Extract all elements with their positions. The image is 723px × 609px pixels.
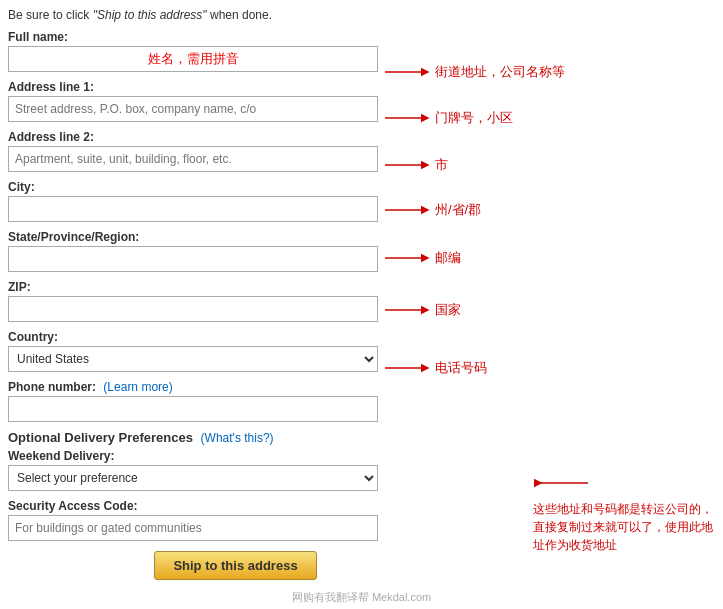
weekend-select[interactable]: Select your preference (8, 465, 378, 491)
annotation-address1-text: 街道地址，公司名称等 (435, 63, 565, 81)
country-group: Country: United States Canada United Kin… (8, 330, 403, 372)
arrow-phone-icon (380, 358, 435, 378)
optional-title: Optional Delivery Preferences (What's th… (8, 430, 403, 445)
state-label: State/Province/Region: (8, 230, 403, 244)
city-group: City: (8, 180, 403, 222)
zip-input[interactable] (8, 296, 378, 322)
city-label: City: (8, 180, 403, 194)
address2-label: Address line 2: (8, 130, 403, 144)
annotation-bottom-text: 这些地址和号码都是转运公司的，直接复制过来就可以了，使用此地址作为收货地址 (533, 500, 718, 554)
arrow-address2-icon (380, 108, 435, 128)
ship-button[interactable]: Ship to this address (154, 551, 316, 580)
security-input[interactable] (8, 515, 378, 541)
country-select[interactable]: United States Canada United Kingdom (8, 346, 378, 372)
city-input[interactable] (8, 196, 378, 222)
country-label: Country: (8, 330, 403, 344)
ship-btn-row: Ship to this address (8, 551, 403, 580)
phone-label: Phone number: (Learn more) (8, 380, 403, 394)
fullname-group: Full name: (8, 30, 403, 72)
whats-this-link[interactable]: (What's this?) (201, 431, 274, 445)
annotation-phone: 电话号码 (380, 358, 487, 378)
annotation-zip-text: 邮编 (435, 249, 461, 267)
annotation-state: 州/省/郡 (380, 200, 481, 220)
weekend-group: Weekend Delivery: Select your preference (8, 449, 403, 491)
address1-label: Address line 1: (8, 80, 403, 94)
arrow-bottom-icon (533, 471, 593, 496)
arrow-address1-icon (380, 62, 435, 82)
annotation-bottom-arrow-row (533, 471, 593, 496)
phone-input[interactable] (8, 396, 378, 422)
address2-input[interactable] (8, 146, 378, 172)
annotation-phone-text: 电话号码 (435, 359, 487, 377)
fullname-input[interactable] (8, 46, 378, 72)
annotation-country: 国家 (380, 300, 461, 320)
annotation-address1: 街道地址，公司名称等 (380, 62, 565, 82)
security-group: Security Access Code: (8, 499, 403, 541)
watermark: 网购有我翻译帮 Mekdal.com (292, 590, 431, 605)
page-wrapper: Be sure to click "Ship to this address" … (0, 0, 723, 609)
fullname-label: Full name: (8, 30, 403, 44)
address2-group: Address line 2: (8, 130, 403, 172)
annotation-address2: 门牌号，小区 (380, 108, 513, 128)
address1-input[interactable] (8, 96, 378, 122)
annotation-address2-text: 门牌号，小区 (435, 109, 513, 127)
address1-group: Address line 1: (8, 80, 403, 122)
annotation-bottom: 这些地址和号码都是转运公司的，直接复制过来就可以了，使用此地址作为收货地址 (533, 471, 718, 554)
arrow-city-icon (380, 155, 435, 175)
annotation-city: 市 (380, 155, 448, 175)
state-group: State/Province/Region: (8, 230, 403, 272)
arrow-state-icon (380, 200, 435, 220)
annotation-state-text: 州/省/郡 (435, 201, 481, 219)
form-area: Be sure to click "Ship to this address" … (8, 8, 403, 580)
state-input[interactable] (8, 246, 378, 272)
weekend-label: Weekend Delivery: (8, 449, 403, 463)
phone-learn-more[interactable]: (Learn more) (103, 380, 172, 394)
notice-text: Be sure to click "Ship to this address" … (8, 8, 403, 22)
phone-group: Phone number: (Learn more) (8, 380, 403, 422)
notice-highlight: "Ship to this address" (93, 8, 207, 22)
zip-group: ZIP: (8, 280, 403, 322)
annotation-zip: 邮编 (380, 248, 461, 268)
optional-section: Optional Delivery Preferences (What's th… (8, 430, 403, 541)
annotation-city-text: 市 (435, 156, 448, 174)
arrow-zip-icon (380, 248, 435, 268)
zip-label: ZIP: (8, 280, 403, 294)
annotation-country-text: 国家 (435, 301, 461, 319)
arrow-country-icon (380, 300, 435, 320)
security-label: Security Access Code: (8, 499, 403, 513)
